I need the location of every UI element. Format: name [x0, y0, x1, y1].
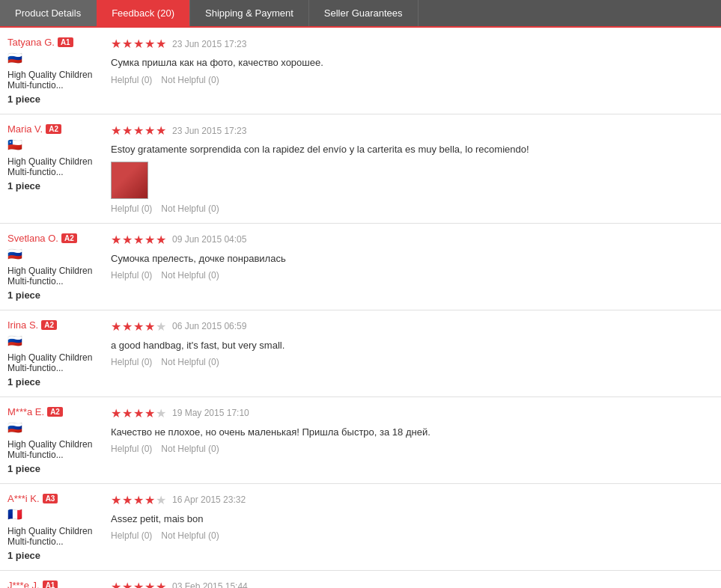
review-content: ★★★★★ 19 May 2015 17:10 Качество не плох… — [105, 406, 714, 455]
review-content: ★★★★★ 06 Jun 2015 06:59 a good handbag, … — [105, 319, 714, 368]
reviewer-badge: A3 — [43, 494, 58, 503]
review-content: ★★★★★ 09 Jun 2015 04:05 Сумочка прелесть… — [105, 233, 714, 281]
star-4: ★ — [144, 233, 155, 247]
reviewer-info: A***i K. A3 🇫🇷 High Quality Children Mul… — [7, 493, 105, 561]
review-row: Svetlana O. A2 🇷🇺 High Quality Children … — [0, 224, 721, 310]
not-helpful-button[interactable]: Not Helpful (0) — [161, 75, 219, 85]
rating-row: ★★★★★ 06 Jun 2015 06:59 — [111, 319, 714, 334]
review-image[interactable] — [111, 162, 148, 199]
star-2: ★ — [122, 319, 133, 334]
review-content: ★★★★★ 16 Apr 2015 23:32 Assez petit, mai… — [105, 493, 714, 542]
reviewer-info: J***e J. A1 🇺🇸 High Quality Children Mul… — [7, 580, 105, 589]
reviewer-flag: 🇷🇺 — [7, 247, 99, 261]
not-helpful-button[interactable]: Not Helpful (0) — [161, 270, 219, 281]
reviewer-flag: 🇷🇺 — [7, 334, 99, 348]
piece-count: 1 piece — [7, 550, 99, 561]
helpful-button[interactable]: Helpful (0) — [111, 357, 152, 367]
helpful-button[interactable]: Helpful (0) — [111, 75, 152, 85]
star-4: ★ — [144, 319, 155, 334]
star-3: ★ — [133, 319, 144, 334]
not-helpful-button[interactable]: Not Helpful (0) — [161, 203, 219, 214]
star-4: ★ — [144, 406, 155, 420]
helpful-button[interactable]: Helpful (0) — [111, 203, 152, 214]
star-3: ★ — [133, 580, 144, 589]
tab-feedback--20-[interactable]: Feedback (20) — [97, 0, 190, 26]
rating-row: ★★★★★ 03 Feb 2015 15:44 — [111, 580, 714, 589]
not-helpful-button[interactable]: Not Helpful (0) — [161, 357, 219, 367]
star-4: ★ — [144, 37, 155, 51]
reviewer-name[interactable]: A***i K. — [7, 493, 40, 504]
tab-shipping---payment[interactable]: Shipping & Payment — [190, 0, 309, 26]
product-name: High Quality Children Multi-functio... — [7, 439, 99, 460]
reviewer-name[interactable]: Svetlana O. — [7, 233, 58, 244]
reviewer-name-row: Irina S. A2 — [7, 319, 99, 331]
star-3: ★ — [133, 406, 144, 420]
star-rating: ★★★★★ — [111, 319, 166, 334]
tab-product-details[interactable]: Product Details — [0, 0, 97, 26]
reviewer-name[interactable]: M***a E. — [7, 406, 44, 417]
helpful-row: Helpful (0) Not Helpful (0) — [111, 444, 714, 454]
piece-count: 1 piece — [7, 376, 99, 388]
star-4: ★ — [144, 123, 155, 138]
reviewer-flag: 🇷🇺 — [7, 51, 99, 65]
piece-count: 1 piece — [7, 94, 99, 105]
review-row: Irina S. A2 🇷🇺 High Quality Children Mul… — [0, 310, 721, 397]
star-2: ★ — [122, 37, 133, 51]
reviewer-info: Tatyana G. A1 🇷🇺 High Quality Children M… — [7, 37, 105, 105]
helpful-button[interactable]: Helpful (0) — [111, 444, 152, 454]
star-2: ★ — [122, 406, 133, 420]
product-name: High Quality Children Multi-functio... — [7, 156, 99, 177]
star-4: ★ — [144, 580, 155, 589]
reviewer-name-row: Tatyana G. A1 — [7, 37, 99, 48]
product-name: High Quality Children Multi-functio... — [7, 526, 99, 547]
piece-count: 1 piece — [7, 463, 99, 474]
star-5: ★ — [156, 123, 166, 138]
review-date: 23 Jun 2015 17:23 — [172, 39, 246, 49]
reviewer-flag: 🇫🇷 — [7, 507, 99, 521]
star-5: ★ — [156, 37, 166, 51]
reviewer-name[interactable]: Irina S. — [7, 319, 38, 331]
star-1: ★ — [111, 123, 121, 138]
reviewer-name-row: A***i K. A3 — [7, 493, 99, 504]
rating-row: ★★★★★ 23 Jun 2015 17:23 — [111, 123, 714, 138]
star-5: ★ — [156, 493, 166, 507]
helpful-button[interactable]: Helpful (0) — [111, 270, 152, 281]
tab-seller-guarantees[interactable]: Seller Guarantees — [309, 0, 419, 26]
tab-bar: Product DetailsFeedback (20)Shipping & P… — [0, 0, 721, 28]
product-name: High Quality Children Multi-functio... — [7, 266, 99, 287]
reviewer-name[interactable]: Maria V. — [7, 123, 43, 135]
helpful-button[interactable]: Helpful (0) — [111, 530, 152, 541]
star-3: ★ — [133, 123, 144, 138]
not-helpful-button[interactable]: Not Helpful (0) — [161, 530, 219, 541]
piece-count: 1 piece — [7, 290, 99, 301]
star-2: ★ — [122, 580, 133, 589]
reviewer-badge: A1 — [43, 581, 58, 589]
review-content: ★★★★★ 23 Jun 2015 17:23 Сумка пришла как… — [105, 37, 714, 85]
star-5: ★ — [156, 406, 166, 420]
star-1: ★ — [111, 233, 121, 247]
product-name: High Quality Children Multi-functio... — [7, 352, 99, 373]
review-content: ★★★★★ 23 Jun 2015 17:23 Estoy gratamente… — [105, 123, 714, 214]
star-rating: ★★★★★ — [111, 406, 166, 420]
helpful-row: Helpful (0) Not Helpful (0) — [111, 270, 714, 281]
review-row: A***i K. A3 🇫🇷 High Quality Children Mul… — [0, 484, 721, 571]
helpful-row: Helpful (0) Not Helpful (0) — [111, 357, 714, 367]
rating-row: ★★★★★ 19 May 2015 17:10 — [111, 406, 714, 420]
star-5: ★ — [156, 319, 166, 334]
review-row: Maria V. A2 🇨🇱 High Quality Children Mul… — [0, 114, 721, 224]
reviewer-badge: A2 — [61, 233, 77, 243]
star-5: ★ — [156, 233, 166, 247]
reviewer-name-row: M***a E. A2 — [7, 406, 99, 417]
star-2: ★ — [122, 123, 133, 138]
not-helpful-button[interactable]: Not Helpful (0) — [161, 444, 219, 454]
reviewer-badge: A2 — [46, 124, 61, 134]
star-1: ★ — [111, 37, 121, 51]
reviewer-name[interactable]: J***e J. — [7, 580, 40, 589]
helpful-row: Helpful (0) Not Helpful (0) — [111, 203, 714, 214]
reviewer-badge: A1 — [58, 37, 73, 47]
review-text: Estoy gratamente sorprendida con la rapi… — [111, 142, 714, 157]
reviewer-name[interactable]: Tatyana G. — [7, 37, 55, 48]
star-rating: ★★★★★ — [111, 37, 166, 51]
review-row: J***e J. A1 🇺🇸 High Quality Children Mul… — [0, 571, 721, 589]
star-3: ★ — [133, 493, 144, 507]
